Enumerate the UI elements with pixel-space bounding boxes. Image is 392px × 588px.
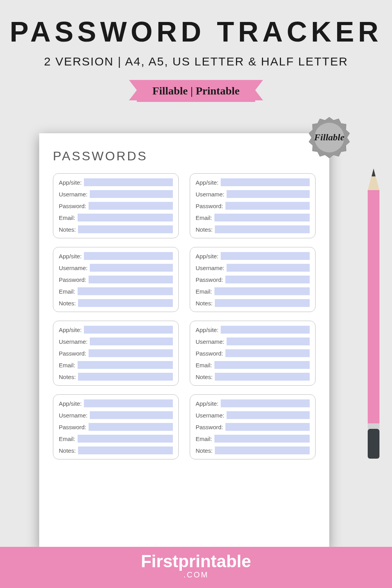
appsite-field[interactable] (84, 252, 173, 260)
appsite-label: App/site: (196, 179, 218, 186)
field-row: Email: (196, 435, 310, 443)
email-label: Email: (59, 436, 75, 442)
notes-field[interactable] (78, 446, 173, 454)
cards-grid: App/site:Username:Password:Email:Notes:A… (53, 173, 316, 459)
field-row: App/site: (59, 252, 173, 260)
password-label: Password: (196, 350, 223, 357)
password-field[interactable] (225, 202, 310, 210)
notes-field[interactable] (78, 373, 173, 381)
username-field[interactable] (227, 338, 310, 345)
password-label: Password: (196, 276, 223, 283)
field-row: Notes: (59, 225, 173, 233)
username-field[interactable] (227, 264, 310, 272)
field-row: Email: (59, 435, 173, 443)
field-row: Password: (59, 202, 173, 210)
password-field[interactable] (225, 349, 310, 357)
email-field[interactable] (78, 287, 173, 295)
username-field[interactable] (90, 338, 173, 345)
password-label: Password: (59, 276, 86, 283)
password-field[interactable] (225, 423, 310, 431)
password-field[interactable] (225, 276, 310, 283)
appsite-label: App/site: (59, 400, 82, 407)
field-row: Username: (59, 338, 173, 345)
appsite-field[interactable] (221, 252, 310, 260)
field-row: Notes: (196, 299, 310, 307)
appsite-field[interactable] (221, 326, 310, 334)
svg-marker-2 (372, 169, 376, 176)
pencil-icon (366, 169, 381, 459)
field-row: Username: (196, 264, 310, 272)
appsite-label: App/site: (59, 179, 82, 186)
fillable-badge: Fillable (308, 116, 351, 159)
notes-field[interactable] (215, 299, 310, 307)
field-row: Password: (59, 423, 173, 431)
field-row: App/site: (59, 399, 173, 407)
username-field[interactable] (90, 411, 173, 419)
notes-field[interactable] (215, 373, 310, 381)
appsite-label: App/site: (196, 400, 218, 407)
page-heading: PASSWORDS (53, 149, 316, 163)
password-field[interactable] (89, 349, 173, 357)
username-field[interactable] (90, 264, 173, 272)
field-row: Password: (196, 276, 310, 283)
notes-field[interactable] (78, 225, 173, 233)
field-row: Notes: (59, 299, 173, 307)
appsite-label: App/site: (59, 253, 82, 260)
email-field[interactable] (78, 214, 173, 221)
appsite-field[interactable] (221, 399, 310, 407)
notes-field[interactable] (215, 225, 310, 233)
email-field[interactable] (214, 287, 310, 295)
svg-rect-5 (368, 429, 379, 459)
email-label: Email: (196, 214, 212, 221)
email-label: Email: (196, 436, 212, 442)
appsite-label: App/site: (59, 327, 82, 333)
subtitle: 2 VERSION | A4, A5, US LETTER & HALF LET… (0, 55, 392, 68)
password-card: App/site:Username:Password:Email:Notes: (190, 321, 316, 386)
appsite-field[interactable] (221, 178, 310, 186)
field-row: App/site: (196, 252, 310, 260)
field-row: Email: (196, 361, 310, 369)
appsite-label: App/site: (196, 327, 218, 333)
field-row: Email: (196, 287, 310, 295)
field-row: Password: (196, 202, 310, 210)
username-field[interactable] (227, 190, 310, 198)
email-field[interactable] (214, 361, 310, 369)
notes-label: Notes: (59, 226, 76, 233)
field-row: Notes: (196, 446, 310, 454)
email-field[interactable] (214, 214, 310, 221)
username-label: Username: (196, 338, 224, 345)
ribbon-tag: Fillable | Printable (137, 80, 255, 102)
password-card: App/site:Username:Password:Email:Notes: (190, 394, 316, 459)
badge-text: Fillable (308, 116, 351, 159)
username-label: Username: (59, 191, 87, 198)
notes-label: Notes: (59, 300, 76, 307)
password-label: Password: (59, 350, 86, 357)
notes-label: Notes: (196, 447, 212, 454)
username-label: Username: (59, 265, 87, 271)
field-row: Password: (196, 423, 310, 431)
notes-label: Notes: (59, 447, 76, 454)
notes-field[interactable] (215, 446, 310, 454)
username-field[interactable] (227, 411, 310, 419)
password-field[interactable] (89, 276, 173, 283)
field-row: Email: (196, 214, 310, 221)
appsite-label: App/site: (196, 253, 218, 260)
appsite-field[interactable] (84, 178, 173, 186)
password-card: App/site:Username:Password:Email:Notes: (190, 247, 316, 312)
field-row: Notes: (196, 225, 310, 233)
field-row: Email: (59, 214, 173, 221)
password-card: App/site:Username:Password:Email:Notes: (190, 173, 316, 238)
notes-label: Notes: (196, 374, 212, 380)
field-row: Username: (59, 411, 173, 419)
username-field[interactable] (90, 190, 173, 198)
appsite-field[interactable] (84, 326, 173, 334)
email-field[interactable] (78, 435, 173, 443)
appsite-field[interactable] (84, 399, 173, 407)
notes-field[interactable] (78, 299, 173, 307)
email-field[interactable] (78, 361, 173, 369)
password-field[interactable] (89, 202, 173, 210)
password-field[interactable] (89, 423, 173, 431)
field-row: Username: (196, 411, 310, 419)
email-field[interactable] (214, 435, 310, 443)
svg-rect-4 (368, 423, 379, 429)
